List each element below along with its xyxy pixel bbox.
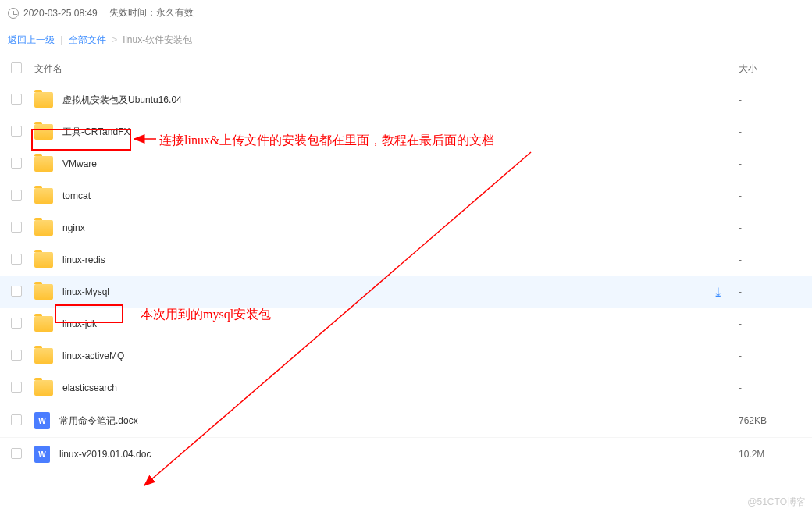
- watermark: @51CTO博客: [747, 496, 806, 509]
- breadcrumb: 返回上一级 | 全部文件 > linux-软件安装包: [0, 26, 812, 55]
- file-name[interactable]: elasticsearch: [62, 382, 739, 393]
- clock-icon: [8, 8, 19, 19]
- file-size: -: [739, 254, 801, 265]
- file-name[interactable]: linux-redis: [62, 254, 739, 265]
- file-name[interactable]: 虚拟机安装包及Ubuntu16.04: [62, 94, 739, 107]
- column-name[interactable]: 文件名: [30, 62, 739, 76]
- row-checkbox[interactable]: [11, 318, 22, 329]
- row-checkbox[interactable]: [11, 126, 22, 137]
- file-size: -: [739, 286, 801, 297]
- file-size: 762KB: [739, 415, 801, 426]
- file-name[interactable]: 工具-CRTandFX: [62, 126, 739, 139]
- row-checkbox[interactable]: [11, 190, 22, 201]
- file-name[interactable]: VMware: [62, 158, 739, 169]
- file-name[interactable]: linux-Mysql: [62, 286, 713, 297]
- header-bar: 2020-03-25 08:49 失效时间： 永久有效: [0, 0, 812, 26]
- row-checkbox[interactable]: [11, 350, 22, 361]
- breadcrumb-all-files[interactable]: 全部文件: [69, 34, 106, 45]
- expire-label: 失效时间：: [109, 6, 156, 20]
- file-size: -: [739, 190, 801, 201]
- file-name[interactable]: linux-activeMQ: [62, 350, 739, 361]
- folder-icon: [34, 380, 53, 396]
- file-name[interactable]: tomcat: [62, 190, 739, 201]
- breadcrumb-sep: >: [112, 34, 117, 45]
- table-header: 文件名 大小: [0, 55, 812, 84]
- table-row[interactable]: VMware-: [0, 148, 812, 180]
- table-row[interactable]: linux-Mysql⤓-: [0, 276, 812, 308]
- file-size: -: [739, 158, 801, 169]
- breadcrumb-current: linux-软件安装包: [123, 34, 193, 45]
- select-all-checkbox[interactable]: [11, 62, 22, 73]
- row-checkbox[interactable]: [11, 448, 22, 459]
- row-checkbox[interactable]: [11, 382, 22, 393]
- table-row[interactable]: nginx-: [0, 212, 812, 244]
- table-row[interactable]: linux-activeMQ-: [0, 340, 812, 372]
- folder-icon: [34, 124, 53, 140]
- doc-icon: W: [34, 412, 50, 429]
- file-list: 虚拟机安装包及Ubuntu16.04-工具-CRTandFX-VMware-to…: [0, 84, 812, 471]
- table-row[interactable]: W常用命令笔记.docx762KB: [0, 404, 812, 438]
- row-checkbox[interactable]: [11, 286, 22, 297]
- row-checkbox[interactable]: [11, 158, 22, 169]
- file-size: -: [739, 94, 801, 105]
- table-row[interactable]: Wlinux-v2019.01.04.doc10.2M: [0, 438, 812, 471]
- table-row[interactable]: linux-jdk-: [0, 308, 812, 340]
- table-row[interactable]: elasticsearch-: [0, 372, 812, 404]
- file-name[interactable]: linux-jdk: [62, 318, 739, 329]
- folder-icon: [34, 316, 53, 332]
- file-size: -: [739, 318, 801, 329]
- row-checkbox[interactable]: [11, 94, 22, 105]
- timestamp: 2020-03-25 08:49: [23, 8, 98, 19]
- row-checkbox[interactable]: [11, 414, 22, 425]
- folder-icon: [34, 188, 53, 204]
- file-size: -: [739, 126, 801, 137]
- folder-icon: [34, 252, 53, 268]
- file-size: -: [739, 350, 801, 361]
- folder-icon: [34, 156, 53, 172]
- column-size[interactable]: 大小: [739, 62, 801, 76]
- download-icon[interactable]: ⤓: [713, 285, 723, 300]
- file-size: -: [739, 222, 801, 233]
- folder-icon: [34, 284, 53, 300]
- row-checkbox[interactable]: [11, 254, 22, 265]
- row-checkbox[interactable]: [11, 222, 22, 233]
- file-name[interactable]: linux-v2019.01.04.doc: [59, 449, 739, 460]
- file-name[interactable]: 常用命令笔记.docx: [59, 414, 739, 428]
- doc-icon: W: [34, 446, 50, 463]
- table-row[interactable]: linux-redis-: [0, 244, 812, 276]
- breadcrumb-back[interactable]: 返回上一级: [8, 34, 55, 45]
- table-row[interactable]: 工具-CRTandFX-: [0, 116, 812, 148]
- breadcrumb-sep: |: [60, 34, 62, 45]
- file-name[interactable]: nginx: [62, 222, 739, 233]
- file-size: -: [739, 382, 801, 393]
- folder-icon: [34, 92, 53, 108]
- expire-value: 永久有效: [156, 6, 194, 20]
- folder-icon: [34, 220, 53, 236]
- folder-icon: [34, 348, 53, 364]
- file-size: 10.2M: [739, 449, 801, 460]
- table-row[interactable]: tomcat-: [0, 180, 812, 212]
- table-row[interactable]: 虚拟机安装包及Ubuntu16.04-: [0, 84, 812, 116]
